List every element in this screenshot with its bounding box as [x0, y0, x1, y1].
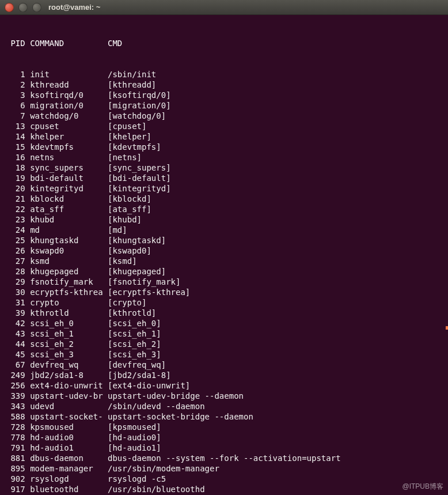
- process-command: udevd: [30, 401, 108, 411]
- process-pid: 29: [6, 277, 30, 287]
- col-pid-header: PID: [6, 38, 30, 48]
- process-pid: 26: [6, 245, 30, 256]
- window-title: root@vamei: ~: [48, 3, 100, 12]
- process-row: 1init/sbin/init: [6, 69, 442, 80]
- process-row: 45scsi_eh_3[scsi_eh_3]: [6, 349, 442, 360]
- process-row: 256ext4-dio-unwrit[ext4-dio-unwrit]: [6, 380, 442, 391]
- process-row: 902rsyslogdrsyslogd -c5: [6, 474, 442, 484]
- process-row: 25khungtaskd[khungtaskd]: [6, 235, 442, 245]
- process-cmd: [crypto]: [108, 297, 442, 308]
- process-list-header: PIDCOMMANDCMD: [6, 38, 442, 48]
- process-command: ksmd: [30, 256, 108, 266]
- process-pid: 14: [6, 131, 30, 142]
- process-command: rsyslogd: [30, 474, 108, 484]
- process-pid: 45: [6, 349, 30, 360]
- maximize-window-icon[interactable]: [32, 3, 41, 12]
- process-cmd: [md]: [108, 225, 442, 235]
- process-row: 14khelper[khelper]: [6, 131, 442, 142]
- process-cmd: [scsi_eh_3]: [108, 349, 442, 360]
- window-titlebar: root@vamei: ~: [0, 0, 448, 15]
- process-pid: 20: [6, 183, 30, 194]
- process-cmd: [ata_sff]: [108, 204, 442, 214]
- process-cmd: [khungtaskd]: [108, 235, 442, 245]
- process-pid: 778: [6, 432, 30, 443]
- process-command: kdevtmpfs: [30, 142, 108, 152]
- process-pid: 42: [6, 318, 30, 328]
- process-pid: 588: [6, 411, 30, 422]
- process-cmd: [scsi_eh_0]: [108, 318, 442, 328]
- process-command: kthreadd: [30, 80, 108, 90]
- process-cmd: [ext4-dio-unwrit]: [108, 380, 442, 391]
- process-command: hd-audio0: [30, 432, 108, 443]
- minimize-window-icon[interactable]: [18, 3, 28, 12]
- process-row: 13cpuset[cpuset]: [6, 121, 442, 131]
- watermark-text: @ITPUB博客: [402, 482, 443, 492]
- process-row: 791hd-audio1[hd-audio1]: [6, 443, 442, 453]
- process-cmd: [ksoftirqd/0]: [108, 90, 442, 100]
- process-row: 588upstart-socket-upstart-socket-bridge …: [6, 411, 442, 422]
- process-row: 27ksmd[ksmd]: [6, 256, 442, 266]
- process-command: scsi_eh_2: [30, 339, 108, 349]
- process-row: 343udevd/sbin/udevd --daemon: [6, 401, 442, 411]
- process-command: scsi_eh_0: [30, 318, 108, 328]
- process-pid: 18: [6, 163, 30, 173]
- process-row: 29fsnotify_mark[fsnotify_mark]: [6, 277, 442, 287]
- process-pid: 256: [6, 380, 30, 391]
- process-cmd: [khugepaged]: [108, 266, 442, 277]
- process-row: 18sync_supers[sync_supers]: [6, 163, 442, 173]
- process-pid: 22: [6, 204, 30, 214]
- process-pid: 13: [6, 121, 30, 131]
- process-pid: 23: [6, 214, 30, 225]
- process-cmd: [kthreadd]: [108, 80, 442, 90]
- process-cmd: [ksmd]: [108, 256, 442, 266]
- process-pid: 44: [6, 339, 30, 349]
- process-command: ksoftirqd/0: [30, 90, 108, 100]
- process-row: 16netns[netns]: [6, 152, 442, 163]
- process-cmd: /sbin/udevd --daemon: [108, 401, 442, 411]
- process-row: 895modem-manager/usr/sbin/modem-manager: [6, 463, 442, 474]
- process-pid: 343: [6, 401, 30, 411]
- process-cmd: /usr/sbin/bluetoothd: [108, 484, 442, 494]
- process-pid: 7: [6, 111, 30, 121]
- process-command: upstart-socket-: [30, 411, 108, 422]
- process-pid: 881: [6, 453, 30, 463]
- process-cmd: [hd-audio0]: [108, 432, 442, 443]
- close-window-icon[interactable]: [5, 3, 14, 12]
- scrollbar-indicator[interactable]: [446, 326, 448, 330]
- process-row: 30ecryptfs-kthrea[ecryptfs-kthrea]: [6, 287, 442, 297]
- process-cmd: [scsi_eh_2]: [108, 339, 442, 349]
- process-row: 6migration/0[migration/0]: [6, 100, 442, 111]
- process-command: modem-manager: [30, 463, 108, 474]
- process-pid: 1: [6, 69, 30, 80]
- process-pid: 895: [6, 463, 30, 474]
- process-row: 249jbd2/sda1-8[jbd2/sda1-8]: [6, 370, 442, 380]
- process-cmd: /sbin/init: [108, 69, 442, 80]
- process-pid: 67: [6, 360, 30, 370]
- process-pid: 39: [6, 308, 30, 318]
- process-pid: 791: [6, 443, 30, 453]
- process-command: khugepaged: [30, 266, 108, 277]
- process-row: 21kblockd[kblockd]: [6, 194, 442, 204]
- process-command: kblockd: [30, 194, 108, 204]
- process-command: devfreq_wq: [30, 360, 108, 370]
- process-cmd: [bdi-default]: [108, 173, 442, 183]
- process-command: khelper: [30, 131, 108, 142]
- process-cmd: [ecryptfs-kthrea]: [108, 287, 442, 297]
- process-cmd: [khubd]: [108, 214, 442, 225]
- process-row: 24md[md]: [6, 225, 442, 235]
- process-command: sync_supers: [30, 163, 108, 173]
- process-command: migration/0: [30, 100, 108, 111]
- process-row: 28khugepaged[khugepaged]: [6, 266, 442, 277]
- process-row: 44scsi_eh_2[scsi_eh_2]: [6, 339, 442, 349]
- process-command: hd-audio1: [30, 443, 108, 453]
- process-command: md: [30, 225, 108, 235]
- process-pid: 27: [6, 256, 30, 266]
- process-pid: 15: [6, 142, 30, 152]
- process-command: init: [30, 69, 108, 80]
- process-command: bluetoothd: [30, 484, 108, 494]
- process-pid: 917: [6, 484, 30, 494]
- process-command: crypto: [30, 297, 108, 308]
- process-command: kthrotld: [30, 308, 108, 318]
- terminal-output[interactable]: PIDCOMMANDCMD 1init/sbin/init2kthreadd[k…: [0, 15, 448, 495]
- process-cmd: [kblockd]: [108, 194, 442, 204]
